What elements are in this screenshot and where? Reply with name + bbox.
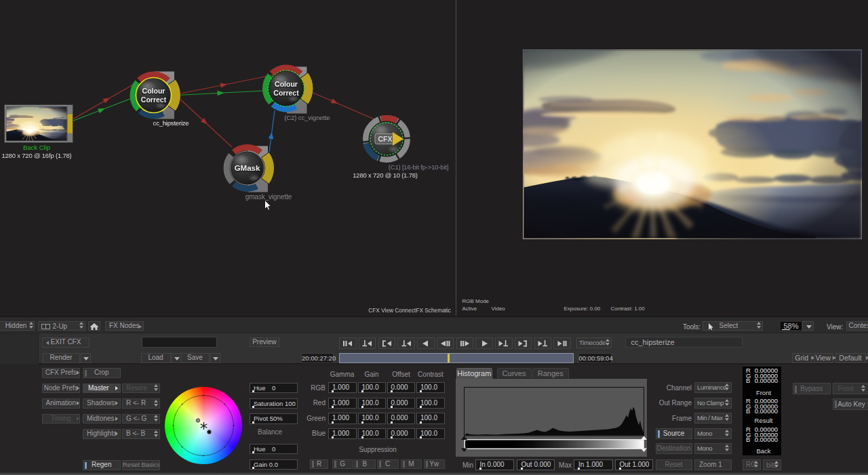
svg-text:0.00000: 0.00000: [755, 407, 778, 415]
svg-text:Correct: Correct: [273, 89, 299, 97]
svg-text:Back: Back: [756, 447, 770, 454]
svg-text:cc_hipsterize: cc_hipsterize: [153, 119, 189, 127]
svg-text:CFX: CFX: [378, 135, 393, 143]
svg-text:B: B: [746, 407, 750, 415]
svg-text:(C1) [16-bit fp->10-bit]: (C1) [16-bit fp->10-bit]: [389, 163, 448, 171]
svg-text:Colour: Colour: [275, 80, 298, 88]
svg-text:Result: Result: [755, 417, 773, 424]
svg-text:1280 x 720 @ 10 (1.78): 1280 x 720 @ 10 (1.78): [353, 171, 418, 179]
svg-text:B: B: [746, 436, 750, 443]
svg-text:1280 x 720 @ 16fp (1.78): 1280 x 720 @ 16fp (1.78): [1, 152, 71, 159]
svg-text:0.00000: 0.00000: [755, 436, 778, 443]
svg-text:Front: Front: [756, 388, 772, 396]
svg-text:B: B: [746, 377, 750, 384]
svg-text:0.00000: 0.00000: [755, 377, 778, 384]
svg-text:(C2) cc_vignette: (C2) cc_vignette: [284, 114, 330, 121]
svg-text:Colour: Colour: [142, 87, 165, 95]
svg-text:CFX View ConnectFX Schematic: CFX View ConnectFX Schematic: [368, 307, 452, 314]
svg-text:gmask_vignette: gmask_vignette: [245, 193, 292, 201]
svg-text:Correct: Correct: [141, 96, 167, 104]
svg-text:Back Clip: Back Clip: [23, 144, 50, 151]
svg-text:GMask: GMask: [235, 164, 260, 172]
